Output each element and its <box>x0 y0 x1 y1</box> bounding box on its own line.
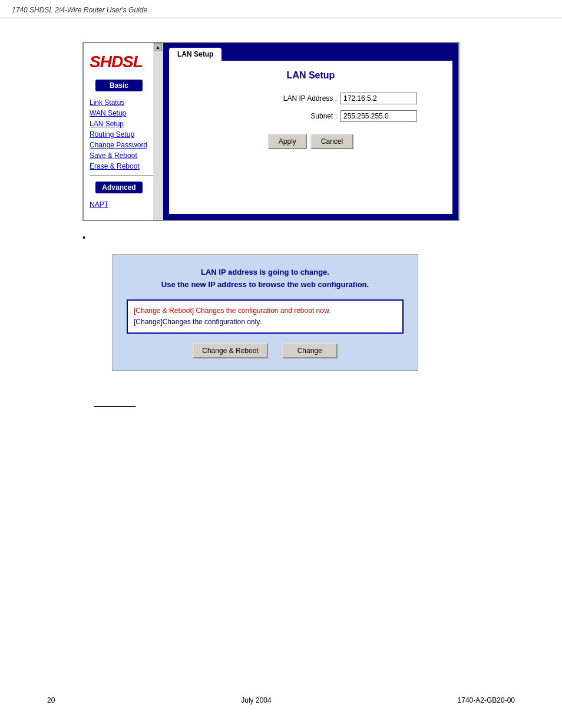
header-title: 1740 SHDSL 2/4-Wire Router User's Guide <box>12 6 147 14</box>
sidebar-link-lan[interactable]: LAN Setup <box>84 118 163 129</box>
sidebar-link-routing[interactable]: Routing Setup <box>84 129 163 140</box>
footer-divider <box>94 406 135 407</box>
tab-bar: LAN Setup <box>163 43 458 61</box>
dialog-info-line2: [Change]Changes the configuration only. <box>134 317 396 328</box>
dialog-message-line1: LAN IP address is going to change. <box>127 266 404 279</box>
shdsl-logo: SHDSL <box>84 48 163 75</box>
page-footer: 20 July 2004 1740-A2-GB20-00 <box>0 690 562 710</box>
dialog-message-line2: Use the new IP address to browse the web… <box>127 279 404 291</box>
apply-button[interactable]: Apply <box>268 134 307 149</box>
dialog-info-box: [Change & Reboot] Changes the configurat… <box>127 299 404 334</box>
sidebar-link-napt[interactable]: NAPT <box>84 199 163 210</box>
sidebar-link-wan[interactable]: WAN Setup <box>84 108 163 118</box>
change-button[interactable]: Change <box>282 343 338 358</box>
content-title: LAN Setup <box>181 70 441 81</box>
sidebar-link-status[interactable]: Link Status <box>84 97 163 108</box>
page-header: 1740 SHDSL 2/4-Wire Router User's Guide <box>0 0 562 18</box>
router-frame: SHDSL Basic Link Status WAN Setup LAN Se… <box>82 42 459 221</box>
footer-page-number: 20 <box>47 696 55 704</box>
tab-lan-setup[interactable]: LAN Setup <box>169 48 222 61</box>
change-reboot-button[interactable]: Change & Reboot <box>193 343 267 358</box>
lan-ip-input[interactable] <box>340 93 417 104</box>
basic-button[interactable]: Basic <box>95 80 143 91</box>
footer-document-id: 1740-A2-GB20-00 <box>458 696 515 704</box>
content-area: LAN Setup LAN IP Address : Subnet : Appl… <box>169 61 452 214</box>
bullet-point: • <box>82 233 515 242</box>
cancel-button[interactable]: Cancel <box>310 134 353 149</box>
dialog-info-line1: [Change & Reboot] Changes the configurat… <box>134 305 396 317</box>
footer-date: July 2004 <box>241 696 271 704</box>
sidebar-link-erase-reboot[interactable]: Erase & Reboot <box>84 161 163 172</box>
lan-ip-row: LAN IP Address : <box>181 93 441 104</box>
sidebar-link-password[interactable]: Change Password <box>84 140 163 150</box>
subnet-input[interactable] <box>340 110 417 122</box>
sidebar: SHDSL Basic Link Status WAN Setup LAN Se… <box>84 43 163 220</box>
sidebar-scrollbar[interactable]: ▲ <box>153 43 163 220</box>
form-buttons: Apply Cancel <box>181 134 441 149</box>
advanced-button[interactable]: Advanced <box>95 182 143 193</box>
lan-ip-label: LAN IP Address : <box>283 94 337 103</box>
sidebar-link-save-reboot[interactable]: Save & Reboot <box>84 150 163 161</box>
dialog-buttons: Change & Reboot Change <box>127 343 404 358</box>
scroll-up-arrow[interactable]: ▲ <box>154 43 162 51</box>
subnet-label: Subnet : <box>310 112 337 120</box>
subnet-row: Subnet : <box>181 110 441 122</box>
dialog-box: LAN IP address is going to change. Use t… <box>112 254 418 371</box>
main-panel: LAN Setup LAN Setup LAN IP Address : Sub… <box>163 43 458 220</box>
sidebar-divider <box>90 175 157 176</box>
dialog-message: LAN IP address is going to change. Use t… <box>127 266 404 291</box>
